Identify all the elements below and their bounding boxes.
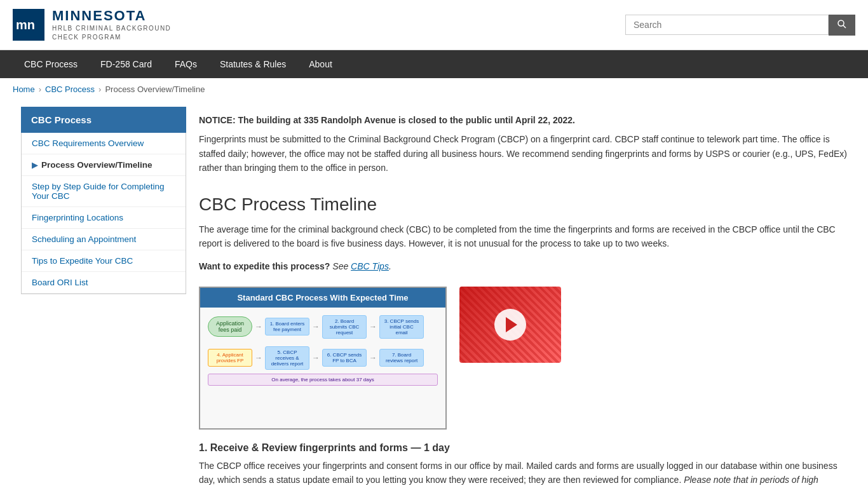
sidebar-item-cbc-requirements[interactable]: CBC Requirements Overview: [22, 133, 186, 154]
sidebar-item-process-overview[interactable]: ▶Process Overview/Timeline: [22, 154, 186, 176]
flow-step-6: 6. CBCP sends FP to BCA: [322, 349, 367, 367]
flow-step-4: 4. Applicant provides FP: [208, 349, 252, 367]
nav-item-statutes[interactable]: Statutes & Rules: [208, 50, 297, 78]
notice-heading: NOTICE: The building at 335 Randolph Ave…: [199, 113, 847, 127]
flow-step-7: 7. Board reviews report: [379, 349, 424, 367]
sidebar-nav: CBC Requirements Overview ▶Process Overv…: [21, 133, 186, 294]
intro-text: The average time for the criminal backgr…: [199, 222, 847, 251]
expedite-see: See: [330, 261, 351, 271]
breadcrumb: Home › CBC Process › Process Overview/Ti…: [0, 78, 868, 100]
breadcrumb-cbc[interactable]: CBC Process: [45, 85, 95, 94]
org-subtitle-2: CHECK PROGRAM: [52, 33, 171, 42]
flow-avg: On average, the process takes about 37 d…: [208, 374, 438, 386]
video-thumbnail[interactable]: [459, 287, 561, 363]
search-area: [625, 15, 855, 36]
sidebar-item-step-by-step[interactable]: Step by Step Guide for Completing Your C…: [22, 176, 186, 207]
org-subtitle-1: HRLB CRIMINAL BACKGROUND: [52, 24, 171, 33]
sidebar-item-tips[interactable]: Tips to Expedite Your CBC: [22, 250, 186, 272]
sidebar-title: CBC Process: [21, 107, 186, 133]
sidebar-item-board-ori[interactable]: Board ORI List: [22, 272, 186, 294]
main-content: NOTICE: The building at 335 Randolph Ave…: [199, 100, 847, 488]
page-content: CBC Process CBC Requirements Overview ▶P…: [8, 100, 860, 488]
sidebar-item-fingerprinting[interactable]: Fingerprinting Locations: [22, 207, 186, 229]
cbc-tips-link[interactable]: CBC Tips: [351, 261, 389, 271]
breadcrumb-sep-1: ›: [39, 85, 41, 94]
diagram-header: Standard CBC Process With Expected Time: [200, 288, 445, 308]
diagram-inner: Application fees paid → 1. Board enters …: [200, 308, 445, 428]
flow-step-5: 5. CBCP receives & delivers report: [265, 346, 309, 370]
flow-step-2: 2. Board submits CBC request: [322, 315, 367, 339]
flow-arrow-2: →: [312, 322, 320, 331]
sidebar-arrow-icon: ▶: [32, 161, 37, 170]
flow-arrow-6: →: [369, 353, 377, 362]
breadcrumb-sep-2: ›: [98, 85, 101, 94]
notice-body: Fingerprints must be submitted to the Cr…: [199, 132, 847, 175]
flow-step-1: 1. Board enters fee payment: [265, 318, 309, 336]
mn-logo: mn: [13, 9, 44, 41]
nav-item-faqs[interactable]: FAQs: [163, 50, 208, 78]
flow-arrow-4: →: [255, 353, 262, 362]
step1-text: The CBCP office receives your fingerprin…: [199, 459, 847, 488]
main-nav: CBC Process FD-258 Card FAQs Statutes & …: [0, 50, 868, 78]
flow-step-3: 3. CBCP sends initial CBC email: [379, 315, 424, 339]
logo-area: mn MINNESOTA HRLB CRIMINAL BACKGROUND CH…: [13, 8, 171, 42]
site-header: mn MINNESOTA HRLB CRIMINAL BACKGROUND CH…: [0, 0, 868, 50]
step1-heading: 1. Receive & Review fingerprints and for…: [199, 442, 847, 454]
flow-step-fees: Application fees paid: [208, 316, 252, 337]
site-title: MINNESOTA HRLB CRIMINAL BACKGROUND CHECK…: [52, 8, 171, 42]
breadcrumb-current: Process Overview/Timeline: [105, 85, 205, 94]
diagram-area: Standard CBC Process With Expected Time …: [199, 287, 847, 430]
search-icon: [837, 20, 846, 29]
sidebar-item-scheduling[interactable]: Scheduling an Appointment: [22, 229, 186, 250]
expedite-prefix: Want to expedite this process?: [199, 261, 330, 271]
notice-box: NOTICE: The building at 335 Randolph Ave…: [199, 107, 847, 182]
breadcrumb-home[interactable]: Home: [13, 85, 35, 94]
svg-line-3: [843, 25, 846, 28]
search-button[interactable]: [829, 15, 855, 36]
svg-text:mn: mn: [16, 18, 35, 32]
nav-item-about[interactable]: About: [297, 50, 344, 78]
nav-item-fd258[interactable]: FD-258 Card: [89, 50, 163, 78]
nav-item-cbc-process[interactable]: CBC Process: [13, 50, 89, 78]
play-button[interactable]: [494, 309, 526, 341]
expedite-text: Want to expedite this process? See CBC T…: [199, 259, 847, 273]
flow-arrow-1: →: [255, 322, 262, 331]
search-input[interactable]: [625, 15, 829, 35]
flow-arrow-5: →: [312, 353, 320, 362]
org-name: MINNESOTA: [52, 8, 171, 24]
flow-arrow-3: →: [369, 322, 377, 331]
sidebar: CBC Process CBC Requirements Overview ▶P…: [21, 107, 186, 488]
page-title: CBC Process Timeline: [199, 194, 847, 215]
diagram-box: Standard CBC Process With Expected Time …: [199, 287, 447, 430]
